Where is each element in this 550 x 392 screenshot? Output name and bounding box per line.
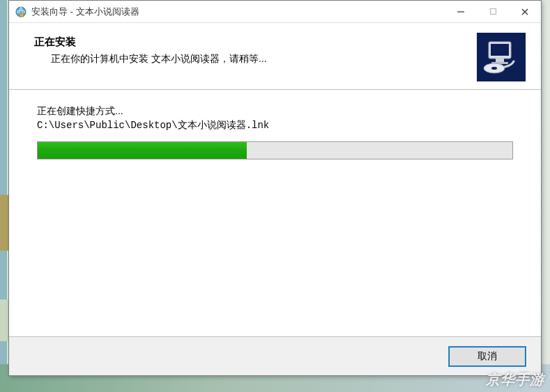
titlebar[interactable]: 安装向导 - 文本小说阅读器 <box>9 1 541 23</box>
svg-rect-1 <box>20 13 24 17</box>
wizard-body: 正在创建快捷方式... C:\Users\Public\Desktop\文本小说… <box>9 90 541 336</box>
wizard-header: 正在安装 正在你的计算机中安装 文本小说阅读器，请稍等... <box>9 23 541 90</box>
svg-point-11 <box>491 67 497 70</box>
window-title: 安装向导 - 文本小说阅读器 <box>31 6 445 18</box>
svg-rect-3 <box>490 9 496 15</box>
install-path: C:\Users\Public\Desktop\文本小说阅读器.lnk <box>37 119 513 132</box>
window-controls <box>445 1 541 22</box>
close-button[interactable] <box>509 1 541 22</box>
cancel-button-label: 取消 <box>478 350 497 363</box>
installer-window: 安装向导 - 文本小说阅读器 正在安装 正在你的计算机中安装 文本小说阅读器，请… <box>8 0 542 376</box>
computer-disc-icon <box>477 33 526 81</box>
svg-rect-8 <box>496 58 504 62</box>
installer-globe-icon <box>15 6 27 18</box>
status-text: 正在创建快捷方式... <box>37 105 513 118</box>
progress-bar <box>37 141 513 159</box>
page-title: 正在安装 <box>34 36 523 49</box>
watermark-text: 京华手游 <box>486 370 544 389</box>
cancel-button[interactable]: 取消 <box>449 347 526 366</box>
svg-rect-7 <box>491 44 509 56</box>
page-subtitle: 正在你的计算机中安装 文本小说阅读器，请稍等... <box>51 53 523 65</box>
maximize-button <box>477 1 509 22</box>
minimize-button[interactable] <box>445 1 477 22</box>
progress-fill <box>38 142 247 159</box>
wizard-footer: 取消 <box>9 336 541 375</box>
